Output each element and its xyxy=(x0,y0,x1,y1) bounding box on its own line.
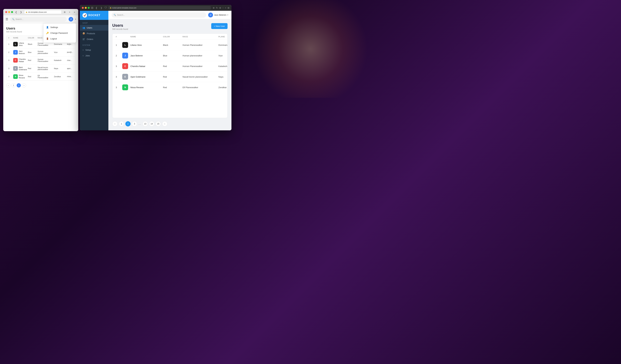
page-btn-p1[interactable]: 1 xyxy=(119,121,124,126)
refresh-icon[interactable]: ↻ xyxy=(216,6,218,9)
row2-color: Red xyxy=(163,76,183,78)
minimize-button-1[interactable] xyxy=(8,11,10,13)
current-page-btn-2[interactable]: 2 xyxy=(125,121,131,126)
users-table: # NAME COLOR RACE PLANE EMAIL 1 L Lilian… xyxy=(112,33,227,118)
user-avatar-1[interactable]: J xyxy=(69,17,73,21)
users-page: Users 500 records found + New User # NAM… xyxy=(108,19,231,130)
table-row[interactable]: 2 J JaceBeleren Blue Humanplaneswalker V… xyxy=(6,48,75,57)
change-password-label: Change Password xyxy=(50,32,68,34)
sidebar-item-users[interactable]: 👥 Users xyxy=(80,25,108,31)
page-btn-p14[interactable]: 14 xyxy=(149,121,154,126)
user-badge: L xyxy=(13,42,18,47)
row-email: jace@... xyxy=(67,51,75,53)
traffic-lights-2 xyxy=(82,7,90,9)
new-tab-button-1[interactable]: + xyxy=(68,10,71,14)
sidebar-item-setup[interactable]: ○ Setup xyxy=(80,47,108,53)
table-row[interactable]: 3 C ChandraNalaar Red HumanPlaneswalker … xyxy=(6,56,75,65)
extensions-icon[interactable]: ⊕ xyxy=(213,6,215,9)
extensions-button-1[interactable]: ⊕ xyxy=(63,10,67,14)
users-table-row[interactable]: 2 J Jace Beleren Blue Human planeswalker… xyxy=(112,50,227,61)
users-table-row[interactable]: 3 N Nissa Revane Red Elf Planeswalker Ze… xyxy=(112,82,227,93)
sidebar-toggle-icon[interactable]: ⊞ xyxy=(227,6,229,9)
page-btn-p3[interactable]: 3 xyxy=(132,121,137,126)
page-btn-p13[interactable]: 13 xyxy=(143,121,148,126)
tab-icon[interactable]: ⊞ xyxy=(91,6,93,10)
row2-num: 1 xyxy=(116,44,122,46)
sidebar-item-jobs[interactable]: ○ Jobs xyxy=(80,53,108,59)
search-bar-2[interactable]: 🔍 Search... xyxy=(112,12,206,17)
row-color: Red xyxy=(28,76,38,78)
dropdown-logout[interactable]: 🚪 Logout xyxy=(44,36,76,42)
next-page-btn-2[interactable]: › xyxy=(162,121,167,126)
close-button-1[interactable] xyxy=(5,11,7,13)
forward-button-2[interactable]: ❯ xyxy=(100,6,103,10)
traffic-lights-1 xyxy=(5,11,13,13)
pagination-2: ‹ 1 2 3 ... 13 14 15 › xyxy=(112,118,227,126)
users-table-row[interactable]: 1 L Liliana Vess Black Human Planeswalke… xyxy=(112,40,227,50)
address-bar-2[interactable]: 🔒 rocket-admin-template.clouw.com xyxy=(108,6,211,10)
row2-num: 2 xyxy=(116,54,122,57)
user-menu-right[interactable]: J Jace Beleren ▾ xyxy=(208,13,228,17)
row2-plane: Naya xyxy=(218,76,227,78)
sidebar-item-orders[interactable]: 🛒 Orders xyxy=(80,36,108,42)
prev-page-btn-1[interactable]: ‹ xyxy=(6,83,10,87)
page-btn-1[interactable]: 1 xyxy=(11,83,16,87)
row-race: HumanPlaneswalker xyxy=(38,58,54,62)
chevron-down-icon-1: ▾ xyxy=(75,18,76,20)
row2-plane: Zendikar xyxy=(218,86,227,89)
close-button-2[interactable] xyxy=(82,7,84,9)
row2-color: Blue xyxy=(163,54,183,57)
row-plane: Vryn xyxy=(54,51,67,53)
uth-race: RACE xyxy=(183,36,218,38)
dropdown-settings[interactable]: 👤 Settings xyxy=(44,24,76,30)
share-icon[interactable]: ↑ xyxy=(223,6,224,9)
back-button-2[interactable]: ❮ xyxy=(95,6,98,10)
uth-color: COLOR xyxy=(163,36,183,38)
new-user-button[interactable]: + New User xyxy=(211,23,227,29)
next-page-btn-1[interactable]: › xyxy=(22,83,26,87)
row-email: lili@d... xyxy=(67,43,75,45)
back-button-1[interactable]: ❮ xyxy=(14,10,18,14)
url-text-1: nin-template.clouw.com xyxy=(28,11,47,13)
current-page-btn-1[interactable]: 2 xyxy=(17,83,21,87)
user-badge: J xyxy=(13,50,18,55)
page-subtitle-2: 500 records found xyxy=(112,28,128,30)
users-table-row[interactable]: 3 C Chandra Nalaar Red Human Planeswalke… xyxy=(112,61,227,71)
row2-plane: Vryn xyxy=(218,54,227,57)
maximize-button-1[interactable] xyxy=(11,11,13,13)
search-placeholder-2: Search... xyxy=(117,14,125,16)
more-button-1[interactable]: » xyxy=(73,10,76,14)
bookmark-icon[interactable]: ⊕ xyxy=(219,6,221,9)
row-num: 3 xyxy=(8,59,13,61)
user-cell: J JaceBeleren xyxy=(13,50,28,55)
user-badge-lg: C xyxy=(122,63,128,69)
th-name: NAME xyxy=(13,37,28,39)
row-color: Black xyxy=(28,43,38,45)
logout-icon: 🚪 xyxy=(46,37,49,40)
table-row[interactable]: 3 N NissaRevane Red ElfPlaneswalker Zend… xyxy=(6,72,75,81)
row-race: Nacatl leoninplaneswalker xyxy=(38,66,54,70)
row2-color: Red xyxy=(163,86,183,89)
row-race: ElfPlaneswalker xyxy=(38,75,54,79)
table-row[interactable]: 3 E AjaniGoldmane Red Nacatl leoninplane… xyxy=(6,65,75,73)
shield-icon: 🛡 xyxy=(104,6,107,9)
page-title-2: Users xyxy=(112,23,128,28)
users-table-row[interactable]: 3 E Ajani Goldmane Red Nacatl leonin pla… xyxy=(112,71,227,82)
address-bar-1[interactable]: 🔒 nin-template.clouw.com xyxy=(24,10,62,14)
maximize-button-2[interactable] xyxy=(88,7,90,9)
search-bar-1[interactable]: 🔍 Search... xyxy=(10,17,67,22)
prev-page-btn-2[interactable]: ‹ xyxy=(112,121,118,126)
new-tab-icon-2[interactable]: + xyxy=(225,6,226,9)
lock-icon-2: 🔒 xyxy=(110,7,111,9)
dropdown-change-password[interactable]: 🔑 Change Password xyxy=(44,30,76,36)
forward-button-1[interactable]: ❯ xyxy=(19,10,23,14)
hamburger-icon[interactable]: ☰ xyxy=(5,17,8,21)
browser-window-2: ⊞ ❮ ❯ 🛡 🔒 rocket-admin-template.clouw.co… xyxy=(80,5,231,130)
page-btn-p15[interactable]: 15 xyxy=(156,121,161,126)
sidebar-item-products[interactable]: 📦 Products xyxy=(80,31,108,36)
uth-name: NAME xyxy=(130,36,163,38)
row2-color: Black xyxy=(163,44,183,46)
minimize-button-2[interactable] xyxy=(85,7,87,9)
row-race: Humanplaneswalker xyxy=(38,50,54,54)
row-plane: Zendikar xyxy=(54,76,67,78)
